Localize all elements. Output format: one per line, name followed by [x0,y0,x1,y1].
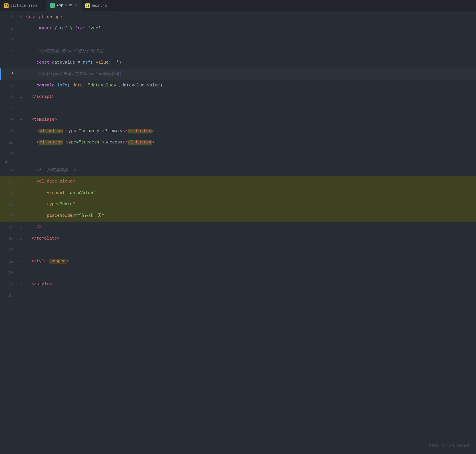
line-20-number: 20 [1,233,18,244]
line-12-fold [18,137,24,148]
tab-package-json-close[interactable]: ✕ [40,4,42,7]
tab-app-vue[interactable]: H App.vue ✕ [46,0,81,11]
line-16-number: 16 [1,187,18,199]
line-19-number: 19 [1,222,18,233]
line-13-number: 13 [1,148,18,160]
line-10-code: <template> [24,114,476,125]
editor: 1 ▼ <script setup> 2 import { ref } from… [0,11,476,454]
line-25-code [24,290,476,301]
line-11-fold [18,125,24,137]
line-2-fold [18,23,24,34]
line-17: 17 type="date" [0,199,476,210]
line-11-code: <el-button type="primary">Primary</el-bu… [24,125,476,137]
app-vue-icon: H [50,3,55,8]
line-12-code: <el-button type="success">Success</el-bu… [24,137,476,148]
line-13: 13 [0,148,476,160]
line-23-number: 23 [1,267,18,279]
line-3-code [24,34,476,46]
line-25: 25 [0,290,476,301]
line-6: 6 //获取日期变量值,需要加.value来获取值 [0,68,476,80]
tab-main-js-close[interactable]: ✕ [110,4,112,7]
line-18-fold [18,210,24,222]
line-2: 2 import { ref } from 'vue' [0,23,476,34]
line-7: 7 console.info( data: "dateValue=",dateV… [0,80,476,91]
line-24: 24 ▲ </style> [0,279,476,290]
line-22-number: 22 [1,256,18,267]
line-19-code: /> [24,222,476,233]
line-13-code [24,148,476,160]
line-2-number: 2 [1,23,18,34]
line-18: 18 placeholder="请选择一天" [0,210,476,222]
line-22-code: <style scoped> [24,256,476,267]
line-3-number: 3 [1,34,18,46]
line-19-fold[interactable]: ▲ [18,222,24,233]
line-12-number: 12 [1,137,18,148]
line-8: 8 ▲ </script> [0,91,476,103]
line-2-code: import { ref } from 'vue' [24,23,476,34]
line-6-code: //获取日期变量值,需要加.value来获取值 [24,68,476,80]
line-1-number: 1 [1,11,18,23]
line-17-code: type="date" [24,199,476,210]
line-6-fold [18,68,24,80]
line-8-number: 8 [1,91,18,103]
tab-app-vue-close[interactable]: ✕ [75,4,77,7]
line-16-fold [18,187,24,199]
line-9-fold [18,103,24,114]
line-5-fold [18,57,24,68]
line-5-code: const dateValue = ref( value: '') [24,57,476,68]
line-12: 12 <el-button type="success">Success</el… [0,137,476,148]
line-17-number: 17 [1,199,18,210]
line-21-number: 21 [1,244,18,256]
line-14-code: <!--日期选择器--> [24,165,476,176]
tab-main-js[interactable]: JS main.js ✕ [81,0,116,11]
line-18-code: placeholder="请选择一天" [24,210,476,222]
line-3-fold [18,34,24,46]
line-15-number: 15 [1,176,18,187]
line-21-code [24,244,476,256]
tab-bar: {} package.json ✕ H App.vue ✕ JS main.js… [0,0,476,11]
line-7-fold [18,80,24,91]
line-18-number: 18 [1,210,18,222]
line-4-number: 4 [1,46,18,57]
tab-main-js-label: main.js [92,3,107,8]
line-22-fold[interactable]: ▼ [18,256,24,267]
tab-package-json-label: package.json [10,3,37,8]
line-16: 16 v-model="dateValue" [0,187,476,199]
line-16-code: v-model="dateValue" [24,187,476,199]
line-24-fold[interactable]: ▲ [18,279,24,290]
tab-app-vue-label: App.vue [57,3,72,7]
line-6-number: 6 [1,68,18,80]
line-20-code: </template> [24,233,476,244]
line-7-code: console.info( data: "dateValue=",dateVal… [24,80,476,91]
tab-package-json[interactable]: {} package.json ✕ [0,0,46,11]
line-9-number: 9 [1,103,18,114]
line-1: 1 ▼ <script setup> [0,11,476,23]
line-5: 5 const dateValue = ref( value: '') [0,57,476,68]
line-15: 15 ▼ <el-date-picker [0,176,476,187]
line-8-code: </script> [24,91,476,103]
line-15-fold[interactable]: ▼ [18,176,24,187]
watermark: CSDN @谁不想飞舞青春 [429,443,470,448]
line-4: 4 //日期变量,使用ref进行双向绑定 [0,46,476,57]
package-json-icon: {} [4,3,9,8]
line-9-code [24,103,476,114]
line-1-code: <script setup> [24,11,476,23]
line-13-fold [18,148,24,160]
line-21-fold [18,244,24,256]
line-4-code: //日期变量,使用ref进行双向绑定 [24,46,476,57]
line-20-fold[interactable]: ▲ [18,233,24,244]
line-24-code: </style> [24,279,476,290]
line-15-code: <el-date-picker [24,176,476,187]
line-20: 20 ▲ </template> [0,233,476,244]
line-11-number: 11 [1,125,18,137]
line-4-fold [18,46,24,57]
line-10-fold[interactable]: ▼ [18,114,24,125]
line-14-number: 14 [1,165,18,176]
main-js-icon: JS [85,3,90,8]
line-7-number: 7 [1,80,18,91]
line-1-fold[interactable]: ▼ [18,11,24,23]
line-19: 19 ▲ /> [0,222,476,233]
line-9: 9 [0,103,476,114]
line-8-fold[interactable]: ▲ [18,91,24,103]
line-23-fold [18,267,24,279]
